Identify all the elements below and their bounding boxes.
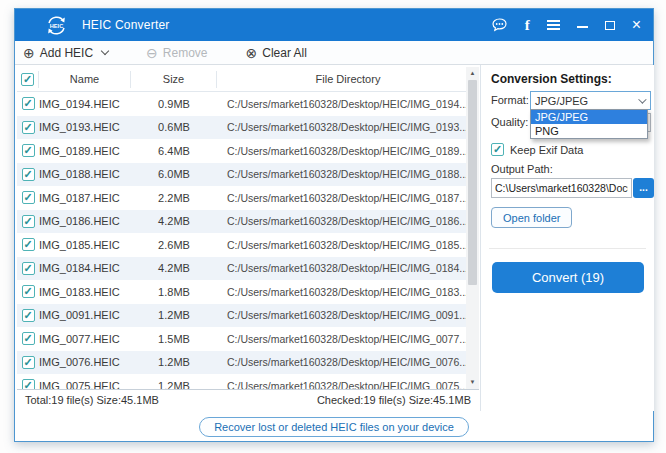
recover-files-button[interactable]: Recover lost or deleted HEIC files on yo…: [199, 417, 469, 437]
file-size: 2.6MB: [131, 239, 217, 251]
format-option-jpg[interactable]: JPG/JPEG: [531, 110, 647, 124]
file-size: 6.0MB: [131, 168, 217, 180]
file-directory: C:/Users/market160328/Desktop/HEIC/IMG_0…: [217, 192, 479, 204]
file-size: 2.2MB: [131, 192, 217, 204]
format-option-png[interactable]: PNG: [531, 124, 647, 138]
vertical-scrollbar[interactable]: ▲ ▼: [466, 67, 479, 389]
status-checked: Checked:19 file(s) Size:45.1MB: [317, 394, 471, 406]
keep-exif-checkbox[interactable]: ✓ Keep Exif Data: [491, 143, 583, 156]
desktop-background: HEIC HEIC Converter f ×: [0, 0, 666, 453]
file-checkbox[interactable]: ✓: [22, 262, 35, 275]
file-name: IMG_0185.HEIC: [39, 239, 131, 251]
remove-button[interactable]: ⊖ Remove: [146, 46, 207, 60]
file-checkbox[interactable]: ✓: [22, 309, 35, 322]
keep-exif-label: Keep Exif Data: [510, 144, 583, 156]
table-row[interactable]: ✓ IMG_0194.HEIC 0.9MB C:/Users/market160…: [17, 92, 479, 116]
app-window: HEIC HEIC Converter f ×: [14, 8, 654, 442]
table-row[interactable]: ✓ IMG_0075.HEIC 1.2MB C:/Users/market160…: [17, 374, 479, 389]
file-checkbox[interactable]: ✓: [22, 121, 35, 134]
file-size: 1.2MB: [131, 356, 217, 368]
svg-text:HEIC: HEIC: [50, 22, 63, 28]
file-size: 0.9MB: [131, 98, 217, 110]
format-select[interactable]: JPG/JPEG: [530, 91, 651, 110]
feedback-icon[interactable]: [491, 16, 508, 34]
table-row[interactable]: ✓ IMG_0193.HEIC 0.6MB C:/Users/market160…: [17, 116, 479, 140]
file-checkbox[interactable]: ✓: [22, 356, 35, 369]
file-directory: C:/Users/market160328/Desktop/HEIC/IMG_0…: [217, 262, 479, 274]
column-header-name: Name: [39, 71, 131, 88]
chevron-down-icon[interactable]: [101, 47, 109, 55]
file-name: IMG_0186.HEIC: [39, 215, 131, 227]
scrollbar-thumb[interactable]: [468, 80, 477, 285]
convert-button[interactable]: Convert (19): [492, 262, 644, 293]
file-directory: C:/Users/market160328/Desktop/HEIC/IMG_0…: [217, 121, 479, 133]
format-label: Format:: [491, 94, 529, 106]
add-circle-icon: ⊕: [23, 46, 35, 60]
conversion-settings-panel: Conversion Settings: Format: JPG/JPEG Qu…: [480, 65, 654, 411]
browse-button[interactable]: ...: [633, 178, 654, 198]
clear-all-button[interactable]: ⊗ Clear All: [246, 46, 307, 60]
window-title: HEIC Converter: [82, 18, 170, 32]
file-name: IMG_0187.HEIC: [39, 192, 131, 204]
table-row[interactable]: ✓ IMG_0184.HEIC 4.2MB C:/Users/market160…: [17, 257, 479, 281]
file-directory: C:/Users/market160328/Desktop/HEIC/IMG_0…: [217, 309, 479, 321]
status-total: Total:19 file(s) Size:45.1MB: [25, 394, 159, 406]
titlebar: HEIC HEIC Converter f ×: [15, 9, 653, 41]
file-table: ✓ Name Size File Directory ✓ IMG_0194.HE…: [17, 67, 479, 389]
table-row[interactable]: ✓ IMG_0186.HEIC 4.2MB C:/Users/market160…: [17, 210, 479, 234]
file-directory: C:/Users/market160328/Desktop/HEIC/IMG_0…: [217, 333, 479, 345]
table-row[interactable]: ✓ IMG_0091.HEIC 1.2MB C:/Users/market160…: [17, 304, 479, 328]
checkbox-check-icon: ✓: [491, 143, 504, 156]
file-checkbox[interactable]: ✓: [22, 144, 35, 157]
file-directory: C:/Users/market160328/Desktop/HEIC/IMG_0…: [217, 286, 479, 298]
file-name: IMG_0184.HEIC: [39, 262, 131, 274]
minimize-button[interactable]: [577, 16, 588, 34]
file-name: IMG_0091.HEIC: [39, 309, 131, 321]
file-directory: C:/Users/market160328/Desktop/HEIC/IMG_0…: [217, 239, 479, 251]
facebook-icon[interactable]: f: [525, 16, 530, 34]
file-checkbox[interactable]: ✓: [22, 215, 35, 228]
table-row[interactable]: ✓ IMG_0187.HEIC 2.2MB C:/Users/market160…: [17, 186, 479, 210]
close-button[interactable]: ×: [632, 16, 641, 34]
combo-chevron-icon: [638, 95, 646, 103]
maximize-button[interactable]: [605, 16, 615, 34]
panel-heading: Conversion Settings:: [491, 72, 612, 86]
quality-label: Quality:: [491, 116, 528, 128]
file-directory: C:/Users/market160328/Desktop/HEIC/IMG_0…: [217, 98, 479, 110]
file-name: IMG_0076.HEIC: [39, 356, 131, 368]
scroll-down-icon[interactable]: ▼: [470, 376, 476, 389]
remove-circle-icon: ⊖: [146, 46, 158, 60]
file-size: 1.8MB: [131, 286, 217, 298]
file-directory: C:/Users/market160328/Desktop/HEIC/IMG_0…: [217, 380, 479, 389]
menu-icon[interactable]: [547, 16, 560, 34]
format-value: JPG/JPEG: [535, 95, 588, 107]
select-all-checkbox[interactable]: ✓: [21, 73, 34, 86]
file-checkbox[interactable]: ✓: [22, 191, 35, 204]
format-dropdown-list: JPG/JPEG PNG: [530, 109, 648, 139]
table-row[interactable]: ✓ IMG_0185.HEIC 2.6MB C:/Users/market160…: [17, 233, 479, 257]
file-size: 1.5MB: [131, 333, 217, 345]
open-folder-button[interactable]: Open folder: [491, 207, 572, 228]
file-name: IMG_0189.HEIC: [39, 145, 131, 157]
scroll-up-icon[interactable]: ▲: [470, 67, 476, 80]
file-size: 0.6MB: [131, 121, 217, 133]
table-row[interactable]: ✓ IMG_0077.HEIC 1.5MB C:/Users/market160…: [17, 327, 479, 351]
panel-divider: [489, 248, 646, 249]
file-name: IMG_0193.HEIC: [39, 121, 131, 133]
file-checkbox[interactable]: ✓: [22, 97, 35, 110]
file-size: 4.2MB: [131, 215, 217, 227]
table-row[interactable]: ✓ IMG_0188.HEIC 6.0MB C:/Users/market160…: [17, 163, 479, 187]
file-checkbox[interactable]: ✓: [22, 238, 35, 251]
file-checkbox[interactable]: ✓: [22, 168, 35, 181]
output-path-input[interactable]: [491, 178, 632, 198]
table-header: ✓ Name Size File Directory: [17, 67, 479, 92]
add-heic-button[interactable]: ⊕ Add HEIC: [23, 46, 108, 60]
table-row[interactable]: ✓ IMG_0189.HEIC 6.4MB C:/Users/market160…: [17, 139, 479, 163]
file-directory: C:/Users/market160328/Desktop/HEIC/IMG_0…: [217, 145, 479, 157]
column-header-size: Size: [131, 71, 217, 88]
file-checkbox[interactable]: ✓: [22, 285, 35, 298]
file-checkbox[interactable]: ✓: [22, 379, 35, 389]
file-checkbox[interactable]: ✓: [22, 332, 35, 345]
table-row[interactable]: ✓ IMG_0183.HEIC 1.8MB C:/Users/market160…: [17, 280, 479, 304]
table-row[interactable]: ✓ IMG_0076.HEIC 1.2MB C:/Users/market160…: [17, 351, 479, 375]
